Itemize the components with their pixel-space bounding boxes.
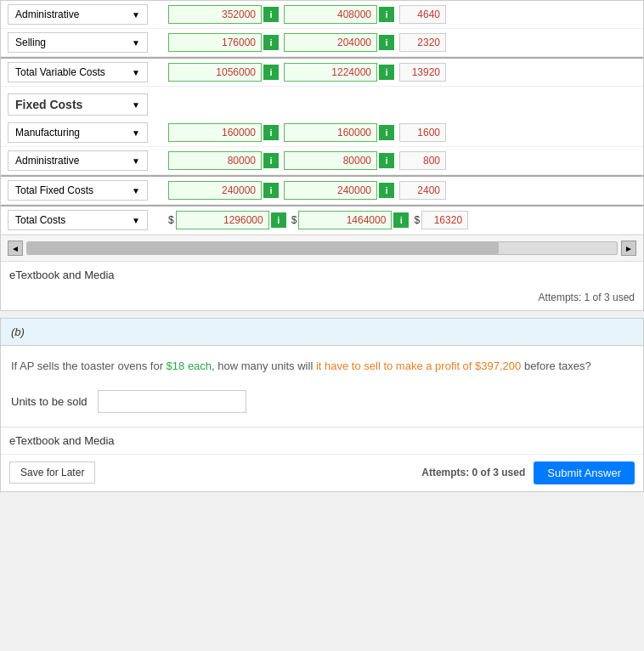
mfg-fixed-info-2[interactable]: i <box>379 125 394 140</box>
total-costs-input-2[interactable] <box>298 211 392 229</box>
attempts-row: Attempts: 1 of 3 used <box>1 288 643 310</box>
total-fixed-info-2[interactable]: i <box>379 183 394 198</box>
question-text: If AP sells the toaster ovens for $18 ea… <box>1 346 643 383</box>
scrollbar-thumb[interactable] <box>27 242 499 254</box>
total-variable-costs-row: Total Variable Costs ▼ i i <box>1 57 643 87</box>
fixed-costs-dropdown[interactable]: Fixed Costs ▼ <box>8 93 148 116</box>
units-to-be-sold-label: Units to be sold <box>11 395 88 408</box>
admin-fixed-input-2[interactable] <box>284 151 377 170</box>
total-fixed-input-2[interactable] <box>284 181 377 200</box>
manufacturing-fixed-dropdown[interactable]: Manufacturing ▼ <box>8 122 148 143</box>
scrollbar-track[interactable] <box>26 241 618 255</box>
mfg-fixed-input-3[interactable] <box>399 123 446 142</box>
fixed-costs-label-cell: Fixed Costs ▼ <box>8 93 165 116</box>
etextbook-label-b: eTextbook and Media <box>9 434 115 447</box>
chevron-down-icon-6: ▼ <box>132 156 140 166</box>
admin-var-input-2[interactable] <box>284 5 377 24</box>
units-to-be-sold-input[interactable] <box>98 390 246 413</box>
total-var-val2-wrap: i <box>284 63 394 82</box>
total-costs-row: Total Costs ▼ $ i $ i $ <box>1 205 643 235</box>
total-variable-costs-dropdown[interactable]: Total Variable Costs ▼ <box>8 62 148 82</box>
section-b-container: (b) If AP sells the toaster ovens for $1… <box>0 318 644 492</box>
total-fixed-val3-wrap <box>399 181 446 200</box>
total-var-info-1[interactable]: i <box>263 65 279 80</box>
fixed-costs-section-header: Fixed Costs ▼ <box>1 87 643 119</box>
units-row: Units to be sold <box>1 383 643 427</box>
selling-val1-wrap: i <box>168 33 279 52</box>
admin-fixed-input-3[interactable] <box>399 151 446 170</box>
mfg-fixed-info-1[interactable]: i <box>263 125 279 140</box>
total-fixed-input-1[interactable] <box>168 181 262 200</box>
attempts-text: Attempts: 1 of 3 used <box>539 292 635 303</box>
submit-answer-button[interactable]: Submit Answer <box>534 461 635 484</box>
bottom-action-row: Save for Later Attempts: 0 of 3 used Sub… <box>1 454 643 491</box>
question-profit: $397,200 <box>475 359 521 372</box>
total-fixed-costs-label: Total Fixed Costs <box>15 184 93 196</box>
total-costs-prefix-3: $ <box>414 214 420 226</box>
admin-fixed-val1-wrap: i <box>168 151 279 170</box>
administrative-variable-dropdown-label: Administrative <box>15 8 79 20</box>
admin-fixed-info-1[interactable]: i <box>263 153 279 168</box>
total-costs-info-1[interactable]: i <box>271 212 286 228</box>
total-var-val1-wrap: i <box>168 63 279 82</box>
selling-input-1[interactable] <box>168 33 262 52</box>
horizontal-scrollbar[interactable]: ◄ ► <box>1 235 643 261</box>
selling-input-3[interactable] <box>399 33 446 52</box>
total-fixed-values: i i <box>168 181 451 200</box>
admin-var-val2-wrap: i <box>284 5 394 24</box>
total-var-input-2[interactable] <box>284 63 377 82</box>
total-costs-input-3[interactable] <box>421 211 468 229</box>
total-fixed-info-1[interactable]: i <box>263 183 279 198</box>
section-b-header: (b) <box>1 319 643 346</box>
mfg-fixed-val2-wrap: i <box>284 123 394 142</box>
total-fixed-costs-label-cell: Total Fixed Costs ▼ <box>8 180 165 201</box>
total-costs-dropdown[interactable]: Total Costs ▼ <box>8 210 148 230</box>
manufacturing-fixed-row: Manufacturing ▼ i i <box>1 119 643 147</box>
administrative-variable-dropdown[interactable]: Administrative ▼ <box>8 4 148 25</box>
selling-val2-wrap: i <box>284 33 394 52</box>
attempts-submit-group: Attempts: 0 of 3 used Submit Answer <box>421 461 635 484</box>
admin-var-info-1[interactable]: i <box>263 7 279 22</box>
total-costs-label-cell: Total Costs ▼ <box>8 210 165 230</box>
admin-fixed-input-1[interactable] <box>168 151 262 170</box>
total-fixed-input-3[interactable] <box>399 181 446 200</box>
total-fixed-val1-wrap: i <box>168 181 279 200</box>
selling-input-2[interactable] <box>284 33 377 52</box>
total-fixed-costs-dropdown[interactable]: Total Fixed Costs ▼ <box>8 180 148 201</box>
total-costs-info-2[interactable]: i <box>393 212 409 228</box>
mfg-fixed-input-2[interactable] <box>284 123 377 142</box>
total-costs-values: $ i $ i $ <box>168 211 473 229</box>
save-for-later-button[interactable]: Save for Later <box>9 461 95 484</box>
question-before-price: If AP sells the toaster ovens for <box>11 359 167 372</box>
mfg-fixed-val1-wrap: i <box>168 123 279 142</box>
total-var-val3-wrap <box>399 63 446 82</box>
administrative-variable-values: i i <box>168 5 451 24</box>
admin-var-val3-wrap <box>399 5 446 24</box>
scroll-right-button[interactable]: ► <box>621 241 636 256</box>
total-var-input-1[interactable] <box>168 63 262 82</box>
chevron-down-icon-5: ▼ <box>132 128 140 138</box>
admin-fixed-info-2[interactable]: i <box>379 153 394 168</box>
etextbook-media-row-b: eTextbook and Media <box>1 427 643 454</box>
selling-dropdown-label: Selling <box>15 37 46 48</box>
selling-values: i i <box>168 33 451 52</box>
scroll-left-button[interactable]: ◄ <box>8 241 23 256</box>
selling-dropdown[interactable]: Selling ▼ <box>8 32 148 53</box>
mfg-fixed-input-1[interactable] <box>168 123 262 142</box>
admin-var-input-1[interactable] <box>168 5 262 24</box>
question-it: it have to sell to make a profit of <box>316 359 475 372</box>
question-price: $18 each <box>167 359 212 372</box>
administrative-fixed-label-cell: Administrative ▼ <box>8 150 165 171</box>
total-var-input-3[interactable] <box>399 63 446 82</box>
chevron-down-icon-3: ▼ <box>132 68 140 77</box>
selling-info-1[interactable]: i <box>263 35 279 50</box>
admin-var-info-2[interactable]: i <box>379 7 394 22</box>
total-costs-input-1[interactable] <box>176 211 269 229</box>
administrative-fixed-row: Administrative ▼ i i <box>1 147 643 175</box>
total-var-info-2[interactable]: i <box>379 65 394 80</box>
total-costs-prefix-1: $ <box>168 214 174 226</box>
administrative-fixed-dropdown[interactable]: Administrative ▼ <box>8 150 148 171</box>
selling-info-2[interactable]: i <box>379 35 394 50</box>
selling-label-cell: Selling ▼ <box>8 32 165 53</box>
admin-var-input-3[interactable] <box>399 5 446 24</box>
